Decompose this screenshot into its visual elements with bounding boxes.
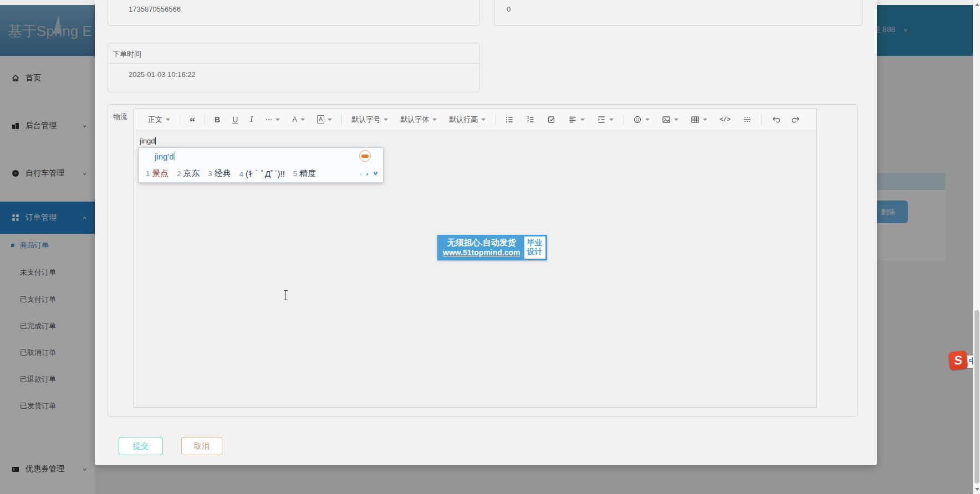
font-color-dropdown[interactable]: A (286, 112, 311, 127)
ime-emoji-robot-icon[interactable] (359, 150, 371, 162)
blockquote-button-glyph: “ (190, 115, 195, 125)
divider-button[interactable] (737, 112, 758, 127)
editor-inline-composition: jingd (140, 137, 156, 145)
undo-button[interactable] (765, 112, 786, 127)
ime-candidate-window: jing'd 1景点2京东3经典4(ｷ｀ﾟДﾟ´)!!5精度‹›∨ (139, 147, 384, 183)
ul-icon (505, 115, 514, 124)
font-family-dropdown[interactable]: 默认字体 (394, 112, 443, 127)
table-icon (691, 115, 700, 124)
italic-button-glyph: I (250, 115, 253, 124)
image-dropdown[interactable] (656, 112, 685, 127)
ime-page-next-icon[interactable]: › (366, 169, 368, 178)
ime-pager: ‹›∨ (360, 164, 379, 182)
scrollbar-thumb[interactable] (974, 310, 979, 483)
font-color-dropdown-glyph: A (292, 115, 297, 124)
align-dropdown[interactable] (562, 112, 591, 127)
indent-dropdown[interactable] (591, 112, 620, 127)
more-text-styles-dropdown[interactable]: ⋯ (259, 112, 286, 127)
bold-button[interactable]: B (208, 112, 226, 127)
redo-button[interactable] (786, 112, 807, 127)
emoji-dropdown[interactable] (627, 112, 656, 127)
submit-button[interactable]: 提交 (119, 437, 163, 455)
order-time-label: 下单时间 (113, 49, 141, 59)
underline-button-glyph: U (232, 115, 238, 124)
align-icon (568, 115, 577, 124)
scroll-up-arrow-icon[interactable] (975, 3, 979, 6)
order-time-value: 2025-01-03 10:16:22 (129, 70, 196, 79)
ime-candidate[interactable]: 2京东 (177, 168, 200, 179)
chevron-down-icon (384, 119, 388, 121)
editor-toolbar: 正文“BUI⋯AA默认字号默认字体默认行高</> (134, 109, 816, 130)
redo-icon (792, 115, 801, 124)
hr-icon (743, 115, 752, 124)
todo-icon (547, 115, 556, 124)
line-height-dropdown-label: 默认行高 (449, 115, 478, 125)
watermark: 无须担心.自动发货 www.51topmind.com 毕业 设计 (437, 235, 547, 260)
ime-candidate-text: 景点 (152, 168, 169, 179)
more-text-styles-dropdown-glyph: ⋯ (265, 115, 272, 124)
ime-candidate-row: 1景点2京东3经典4(ｷ｀ﾟДﾟ´)!!5精度‹›∨ (139, 164, 383, 182)
ime-candidate[interactable]: 1景点 (146, 168, 169, 179)
chevron-down-icon (580, 119, 585, 121)
toolbar-separator (205, 114, 205, 125)
bg-color-dropdown-glyph: A (317, 115, 324, 124)
bold-button-glyph: B (215, 115, 220, 124)
ime-candidate[interactable]: 3经典 (208, 168, 231, 179)
text-caret (155, 137, 156, 145)
toolbar-separator (341, 114, 342, 125)
chevron-down-icon (432, 119, 437, 121)
vertical-scrollbar[interactable] (973, 0, 980, 494)
chevron-down-icon (609, 119, 614, 121)
order-amount-fieldset: 0 (494, 0, 862, 26)
ol-icon (526, 115, 535, 124)
order-number-fieldset: 1735870556566 (108, 0, 480, 26)
image-icon (662, 115, 671, 124)
divider (108, 63, 479, 64)
ime-candidate-number: 5 (293, 169, 297, 178)
watermark-badge: 毕业 设计 (524, 236, 545, 259)
ime-candidate-number: 2 (177, 169, 181, 178)
table-dropdown[interactable] (685, 112, 713, 127)
chevron-down-icon (166, 119, 170, 121)
ime-expand-icon[interactable]: ∨ (372, 170, 379, 176)
order-number-value: 1735870556566 (129, 5, 181, 13)
todo-list-button[interactable] (541, 112, 562, 127)
line-height-dropdown[interactable]: 默认行高 (443, 112, 492, 127)
underline-button[interactable]: U (226, 112, 244, 127)
order-amount-value: 0 (507, 5, 511, 13)
paragraph-style-dropdown-label: 正文 (148, 115, 162, 125)
watermark-text: 无须担心.自动发货 www.51topmind.com (439, 236, 524, 259)
ime-candidate-number: 3 (208, 169, 212, 178)
indent-icon (597, 115, 606, 124)
ime-composition-row: jing'd (139, 148, 383, 164)
ime-caret (175, 152, 175, 161)
ime-candidate-text: (ｷ｀ﾟДﾟ´)!! (246, 169, 285, 178)
ime-candidate-number: 4 (239, 170, 243, 178)
italic-button[interactable]: I (244, 112, 259, 127)
ime-candidate-number: 1 (146, 169, 150, 178)
blockquote-button[interactable]: “ (183, 112, 201, 127)
scroll-down-arrow-icon[interactable] (975, 488, 979, 491)
chevron-down-icon (300, 119, 305, 121)
ime-page-prev-icon[interactable]: ‹ (360, 169, 362, 178)
code-button[interactable]: </> (713, 112, 737, 127)
emoji-icon (633, 115, 642, 124)
font-size-dropdown[interactable]: 默认字号 (345, 112, 394, 127)
ime-candidate-text: 精度 (299, 168, 316, 179)
toolbar-separator (495, 114, 496, 125)
toolbar-separator (180, 114, 180, 125)
font-size-dropdown-label: 默认字号 (351, 115, 380, 125)
bg-color-dropdown[interactable]: A (311, 112, 338, 127)
cancel-button[interactable]: 取消 (181, 437, 222, 455)
undo-icon (771, 115, 780, 124)
text-cursor-ibeam (283, 289, 289, 301)
ime-candidate[interactable]: 5精度 (293, 168, 316, 179)
chevron-down-icon (645, 119, 650, 121)
ime-candidate[interactable]: 4(ｷ｀ﾟДﾟ´)!! (239, 169, 285, 178)
chevron-down-icon (275, 119, 280, 121)
paragraph-style-dropdown[interactable]: 正文 (142, 112, 176, 127)
toolbar-separator (761, 114, 762, 125)
bullet-list-button[interactable] (499, 112, 520, 127)
ordered-list-button[interactable] (520, 112, 541, 127)
sogou-logo-icon[interactable]: S (948, 350, 968, 370)
